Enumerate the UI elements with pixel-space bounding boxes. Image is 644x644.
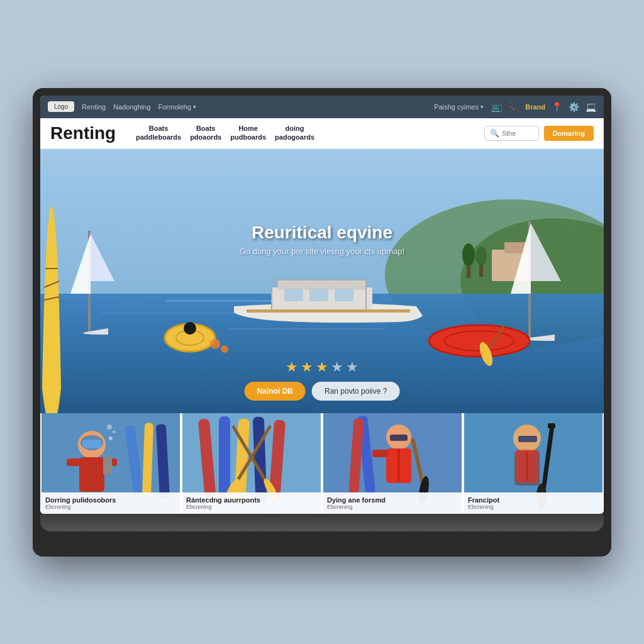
category-card-3[interactable]: Francipot Ebcrening (463, 413, 604, 514)
settings-icon[interactable]: ⚙️ (569, 102, 579, 112)
category-title-1: Rántecdng auurrponts (186, 496, 317, 504)
svg-point-34 (210, 339, 220, 349)
cta-button[interactable]: Domaring (544, 126, 594, 141)
svg-rect-12 (228, 328, 385, 330)
main-navbar: Renting Boats paddleboards Boats pdoaord… (40, 118, 604, 149)
nav-link-paishg[interactable]: Paishg cyimes ▾ (434, 103, 484, 111)
svg-rect-15 (284, 289, 303, 301)
nav-link-nadonghing[interactable]: Nadonghing (113, 103, 150, 111)
hero-primary-button[interactable]: Nainoi DB (245, 382, 306, 401)
hero-subtitle: Go dong your pre site viesng your cts up… (240, 247, 404, 256)
svg-point-45 (113, 431, 115, 433)
hero-bottom-controls: ★ ★ ★ ★ ★ Nainoi DB Ran povto poiive ? (245, 359, 400, 401)
search-input[interactable] (502, 130, 533, 137)
svg-rect-39 (67, 458, 80, 466)
category-title-0: Dorring pulidosobors (45, 496, 176, 504)
svg-rect-65 (372, 450, 387, 457)
star-5: ★ (346, 359, 358, 375)
svg-rect-42 (82, 440, 101, 448)
svg-point-46 (107, 425, 112, 430)
star-3: ★ (316, 359, 328, 375)
category-card-2[interactable]: Dying ane forsmd Ebcrening (322, 413, 463, 514)
menu-item-doing-padogoards[interactable]: doing padogoards (275, 125, 314, 141)
tv-icon[interactable]: 📺 (491, 102, 502, 112)
search-box: 🔍 (484, 126, 539, 141)
menu-item-home-pudboards[interactable]: Home pudboards (230, 125, 266, 141)
dropdown-arrow2-icon: ▾ (480, 104, 484, 110)
svg-rect-16 (309, 289, 328, 301)
star-2: ★ (301, 359, 313, 375)
laptop-base (40, 514, 604, 531)
category-info-0: Dorring pulidosobors Ebcrening (40, 492, 181, 514)
svg-rect-62 (390, 435, 408, 441)
categories-section: Dorring pulidosobors Ebcrening (40, 413, 604, 514)
search-icon: 🔍 (490, 129, 499, 138)
star-rating: ★ ★ ★ ★ ★ (286, 359, 358, 375)
hero-title: Reuritical eqvine (240, 223, 404, 243)
svg-point-35 (221, 345, 228, 353)
laptop-frame: Logo Renting Nadonghing Formolehg ▾ Pais… (33, 88, 611, 557)
category-sub-1: Ebcrening (186, 504, 317, 510)
logo-button[interactable]: Logo (48, 101, 74, 112)
category-sub-3: Ebcrening (468, 504, 599, 510)
nav-right-controls: 🔍 Domaring (484, 126, 594, 141)
svg-rect-52 (219, 416, 230, 501)
brand-label: Brand (525, 103, 545, 111)
phone-icon[interactable]: 📞 (508, 102, 519, 112)
menu-item-boats-paddleboards[interactable]: Boats paddleboards (136, 125, 181, 141)
hero-section: Reuritical eqvine Go dong your pre site … (40, 149, 604, 413)
site-logo: Renting (50, 123, 126, 143)
hero-action-buttons: Nainoi DB Ran povto poiive ? (245, 382, 400, 401)
svg-point-26 (184, 322, 196, 335)
dropdown-arrow-icon: ▾ (193, 104, 196, 110)
category-card-1[interactable]: Rántecdng auurrponts Ebcrening (181, 413, 322, 514)
hero-secondary-button[interactable]: Ran povto poiive ? (312, 382, 399, 401)
category-sub-0: Ebcrening (45, 504, 176, 510)
hero-text-overlay: Reuritical eqvine Go dong your pre site … (240, 223, 404, 256)
svg-rect-78 (548, 423, 555, 428)
svg-point-28 (445, 331, 514, 351)
laptop-screen: Logo Renting Nadonghing Formolehg ▾ Pais… (40, 96, 604, 514)
svg-point-8 (475, 247, 487, 265)
hero-background: Reuritical eqvine Go dong your pre site … (40, 149, 604, 413)
svg-rect-18 (247, 309, 410, 313)
category-sub-2: Ebcrening (327, 504, 458, 510)
svg-rect-38 (79, 457, 104, 492)
location-icon[interactable]: 📍 (552, 102, 562, 112)
svg-point-44 (109, 436, 113, 440)
svg-point-6 (462, 243, 475, 266)
category-info-3: Francipot Ebcrening (463, 492, 604, 514)
svg-rect-14 (278, 280, 366, 290)
top-nav-icons: 📺 📞 Brand 📍 ⚙️ 💻 (491, 102, 596, 112)
star-1: ★ (286, 359, 298, 375)
svg-rect-17 (335, 289, 353, 301)
menu-item-boats-pdoaords[interactable]: Boats pdoaords (190, 125, 221, 141)
category-info-1: Rántecdng auurrponts Ebcrening (181, 492, 322, 514)
category-info-2: Dying ane forsmd Ebcrening (322, 492, 463, 514)
top-navbar: Logo Renting Nadonghing Formolehg ▾ Pais… (40, 96, 604, 118)
svg-rect-43 (103, 456, 112, 475)
main-menu: Boats paddleboards Boats pdoaords Home p… (136, 125, 474, 141)
monitor-icon[interactable]: 💻 (586, 102, 596, 112)
nav-link-formolehg[interactable]: Formolehg ▾ (158, 103, 197, 111)
svg-rect-72 (518, 436, 537, 442)
category-title-2: Dying ane forsmd (327, 496, 458, 504)
category-card-0[interactable]: Dorring pulidosobors Ebcrening (40, 413, 181, 514)
star-4: ★ (331, 359, 343, 375)
category-title-3: Francipot (468, 496, 599, 504)
nav-link-renting[interactable]: Renting (82, 103, 106, 111)
